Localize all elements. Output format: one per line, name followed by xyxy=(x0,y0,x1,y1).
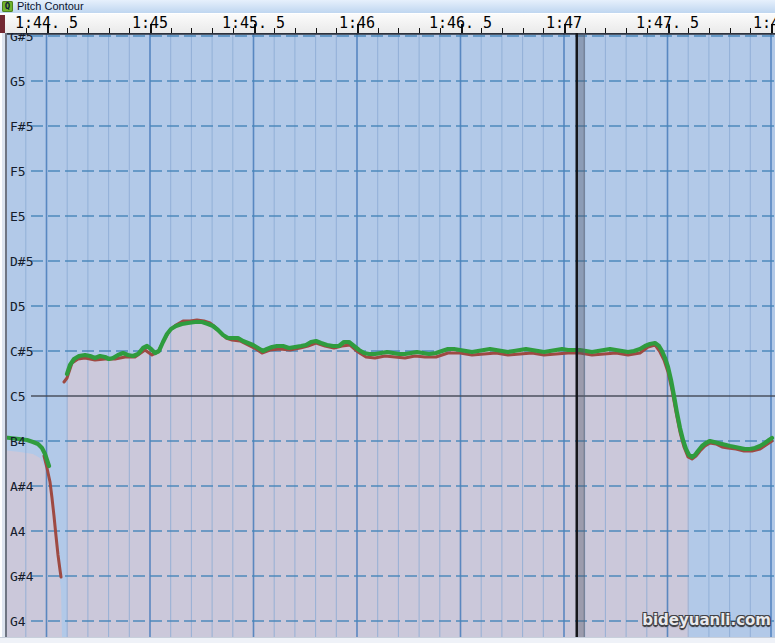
window-border-bottom xyxy=(0,637,775,643)
time-label: 1:48 xyxy=(753,16,775,31)
app-icon: Q xyxy=(2,1,13,12)
note-label-d5: D5 xyxy=(10,300,26,313)
note-label-a4: A4 xyxy=(10,525,26,538)
note-label-g5: G5 xyxy=(10,75,26,88)
window-titlebar[interactable]: Q Pitch Contour xyxy=(0,0,775,13)
time-label: 1:45. 5 xyxy=(222,16,285,31)
note-label-g4: G4 xyxy=(10,615,26,628)
time-ruler-seekbar[interactable]: 1:44. 51:451:45. 51:461:46. 51:471:47. 5… xyxy=(0,13,775,33)
watermark: bideyuanli.com xyxy=(642,612,771,629)
note-label-ds5: D#5 xyxy=(10,255,33,268)
time-label: 1:46 xyxy=(339,16,375,31)
time-label: 1:44. 5 xyxy=(15,16,78,31)
time-label: 1:46. 5 xyxy=(429,16,492,31)
note-label-as4: A#4 xyxy=(10,480,33,493)
note-label-e5: E5 xyxy=(10,210,26,223)
window-title: Pitch Contour xyxy=(17,1,84,12)
pitch-contour-window: { "window": { "title": "Pitch Contour" }… xyxy=(0,0,775,643)
note-label-cs5: C#5 xyxy=(10,345,33,358)
time-label: 1:47. 5 xyxy=(636,16,699,31)
pitch-plot-canvas[interactable]: G#5G5F#5F5E5D#5D5C#5C5B4A#4A4G#4G4 bidey… xyxy=(0,33,775,637)
note-label-gs5: G#5 xyxy=(10,33,33,43)
window-border-left xyxy=(5,33,7,637)
note-label-gs4: G#4 xyxy=(10,570,33,583)
note-label-c5: C5 xyxy=(10,390,26,403)
note-label-fs5: F#5 xyxy=(10,120,33,133)
time-label: 1:45 xyxy=(132,16,168,31)
ruler-edge-block xyxy=(0,15,5,33)
note-label-f5: F5 xyxy=(10,165,26,178)
time-label: 1:47 xyxy=(546,16,582,31)
note-label-b4: B4 xyxy=(10,435,26,448)
playhead-cursor[interactable] xyxy=(576,33,579,637)
pitch-plot-svg xyxy=(0,33,775,637)
